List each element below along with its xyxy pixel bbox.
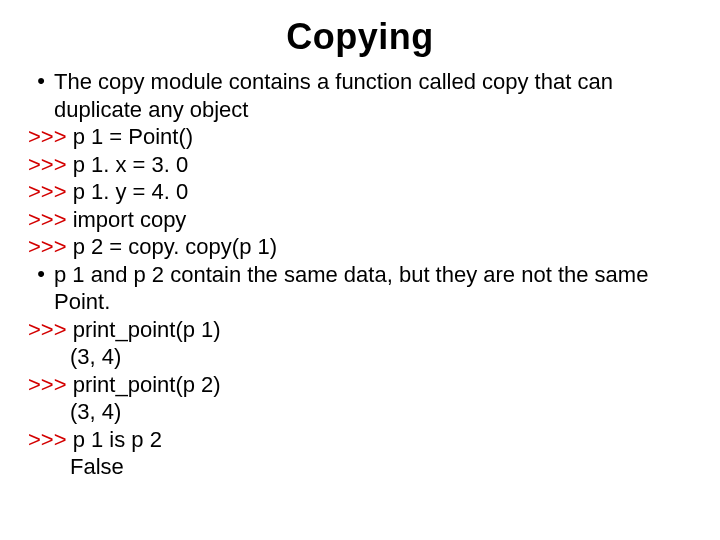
code-text: p 1 is p 2 (73, 427, 162, 452)
code-line: >>> p 1 is p 2 (28, 426, 692, 454)
code-text: p 1 = Point() (73, 124, 193, 149)
code-line: >>> print_point(p 1) (28, 316, 692, 344)
code-output: (3, 4) (28, 398, 692, 426)
code-text: p 2 = copy. copy(p 1) (73, 234, 277, 259)
bullet-item: • p 1 and p 2 contain the same data, but… (28, 261, 692, 316)
code-line: >>> p 1. y = 4. 0 (28, 178, 692, 206)
code-line: >>> p 2 = copy. copy(p 1) (28, 233, 692, 261)
slide: Copying • The copy module contains a fun… (0, 0, 720, 540)
slide-title: Copying (28, 16, 692, 58)
repl-prompt: >>> (28, 372, 73, 397)
code-line: >>> p 1 = Point() (28, 123, 692, 151)
bullet-icon: • (37, 67, 45, 95)
bullet-text: p 1 and p 2 contain the same data, but t… (54, 261, 692, 316)
repl-prompt: >>> (28, 234, 73, 259)
code-line: >>> print_point(p 2) (28, 371, 692, 399)
code-line: >>> import copy (28, 206, 692, 234)
repl-prompt: >>> (28, 427, 73, 452)
code-output: False (28, 453, 692, 481)
code-text: print_point(p 1) (73, 317, 221, 342)
code-text: p 1. y = 4. 0 (73, 179, 189, 204)
bullet-text: The copy module contains a function call… (54, 68, 692, 123)
code-text: import copy (73, 207, 187, 232)
code-line: >>> p 1. x = 3. 0 (28, 151, 692, 179)
code-text: p 1. x = 3. 0 (73, 152, 189, 177)
code-text: (3, 4) (28, 398, 692, 426)
code-text: False (28, 453, 692, 481)
slide-body: • The copy module contains a function ca… (28, 68, 692, 481)
code-output: (3, 4) (28, 343, 692, 371)
repl-prompt: >>> (28, 124, 73, 149)
code-text: (3, 4) (28, 343, 692, 371)
repl-prompt: >>> (28, 207, 73, 232)
bullet-item: • The copy module contains a function ca… (28, 68, 692, 123)
repl-prompt: >>> (28, 152, 73, 177)
bullet-icon: • (37, 260, 45, 288)
repl-prompt: >>> (28, 179, 73, 204)
code-text: print_point(p 2) (73, 372, 221, 397)
repl-prompt: >>> (28, 317, 73, 342)
